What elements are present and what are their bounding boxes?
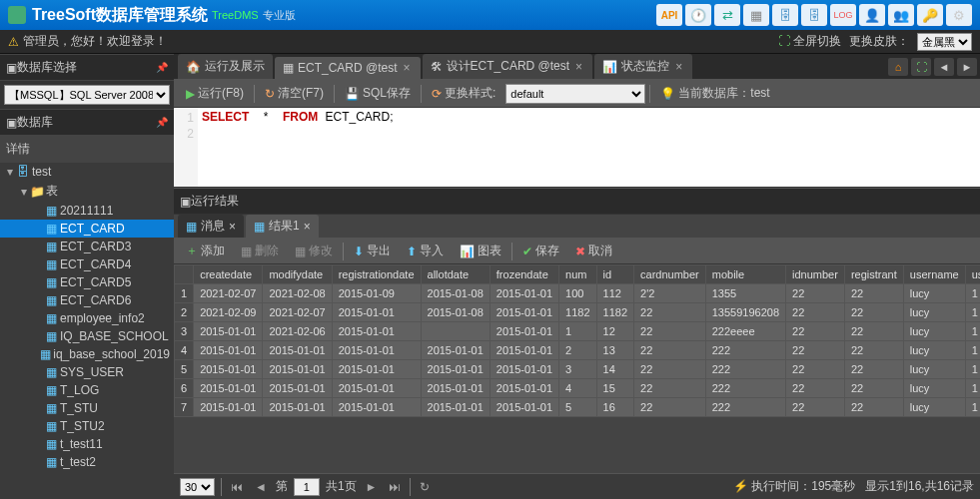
result-grid[interactable]: createdatemodifydateregistrationdateallo… [174,264,980,417]
cell[interactable]: 1355 [705,284,785,303]
cell[interactable]: 222 [705,379,785,398]
close-icon[interactable]: × [402,61,413,75]
tree-node[interactable]: ▦t_test11 [0,435,174,453]
run-button[interactable]: ▶运行(F8) [180,82,250,105]
cell[interactable]: 22 [634,341,706,360]
cell[interactable]: 2021-02-06 [263,322,332,341]
sync-icon[interactable]: ⇄ [714,4,740,26]
cell[interactable]: 22 [844,341,903,360]
editor-tab[interactable]: ▦ECT_CARD @test× [275,57,421,79]
cell[interactable]: 2015-01-08 [421,303,490,322]
cell[interactable]: 2015-01-01 [421,398,490,417]
grid1-icon[interactable]: ▦ [743,4,769,26]
page-input[interactable] [294,478,320,496]
cell[interactable]: 22 [844,398,903,417]
editor-tab[interactable]: 📊状态监控× [594,54,692,79]
cell[interactable] [421,322,490,341]
home-icon[interactable]: ⌂ [888,58,908,76]
cell[interactable]: lucy [903,284,965,303]
cell[interactable]: 2021-02-07 [263,303,332,322]
table-row[interactable]: 32015-01-012021-02-062015-01-012015-01-0… [175,322,981,341]
cell[interactable]: 22 [634,322,706,341]
cell[interactable]: 2015-01-01 [194,379,263,398]
cell[interactable]: 2015-01-01 [490,360,558,379]
cell[interactable]: 22 [786,284,845,303]
tree-node[interactable]: ▾🗄test [0,163,174,181]
cell[interactable]: 2015-01-01 [332,303,421,322]
cell[interactable]: lucy [903,322,965,341]
cell[interactable]: 2'2 [634,284,706,303]
cell[interactable]: 2015-01-08 [421,284,490,303]
pin-icon[interactable]: 📌 [156,62,168,73]
cell[interactable]: 2015-01-09 [332,284,421,303]
tree-node[interactable]: ▦ECT_CARD3 [0,238,174,255]
cell[interactable]: 2015-01-01 [194,341,263,360]
sql-save-button[interactable]: 💾SQL保存 [339,82,417,105]
fullscreen-toggle[interactable]: ⛶ 全屏切换 [778,33,841,50]
cell[interactable]: 6 [175,379,194,398]
tree-node[interactable]: ▦ECT_CARD5 [0,273,174,291]
cell[interactable]: 2015-01-01 [332,341,421,360]
cell[interactable]: 22 [786,360,845,379]
column-header[interactable]: cardnumber [634,265,706,284]
cell[interactable]: lucy [903,379,965,398]
cell[interactable]: 2015-01-01 [332,379,421,398]
cell[interactable]: 1 [965,341,980,360]
cell[interactable]: 2015-01-01 [194,322,263,341]
table-row[interactable]: 72015-01-012015-01-012015-01-012015-01-0… [175,398,981,417]
tree-node[interactable]: ▦SYS_USER [0,363,174,381]
cell[interactable]: 22 [786,398,845,417]
export-button[interactable]: ⬇导出 [348,240,397,262]
cell[interactable]: 22 [844,322,903,341]
cell[interactable]: 1 [965,379,980,398]
cell[interactable]: 1 [965,360,980,379]
close-icon[interactable]: × [573,60,584,74]
cell[interactable]: 22 [786,379,845,398]
column-header[interactable]: mobile [705,265,785,284]
cell[interactable]: 1182 [559,303,596,322]
cell[interactable]: 12 [596,322,633,341]
db-icon[interactable]: 🗄 [772,4,798,26]
expand-icon[interactable]: ⛶ [911,58,931,76]
cell[interactable]: 1 [965,398,980,417]
sql-editor[interactable]: 12 SELECT * FROM ECT_CARD; [174,108,980,188]
cell[interactable]: 13559196208 [705,303,785,322]
gear-icon[interactable]: ⚙ [946,4,972,26]
cell[interactable]: 2021-02-08 [263,284,332,303]
cell[interactable]: 2015-01-01 [490,322,558,341]
cell[interactable]: 2015-01-01 [263,341,332,360]
column-header[interactable]: frozendate [490,265,558,284]
cell[interactable]: 4 [175,341,194,360]
cell[interactable]: 112 [596,284,633,303]
tree-node[interactable]: ▦employee_info2 [0,309,174,327]
cell[interactable]: 2015-01-01 [490,341,558,360]
editor-tab[interactable]: 🛠设计ECT_CARD @test× [423,54,593,79]
column-header[interactable]: registrationdate [332,265,421,284]
users-icon[interactable]: 👥 [888,4,914,26]
column-header[interactable] [175,265,194,284]
cell[interactable]: 22 [844,284,903,303]
db2-icon[interactable]: 🗄 [801,4,827,26]
cell[interactable]: 2021-02-09 [194,303,263,322]
cell[interactable]: lucy [903,360,965,379]
chart-button[interactable]: 📊图表 [454,240,507,262]
api-icon[interactable]: API [656,4,682,26]
tree-node[interactable]: ▦T_LOG [0,381,174,399]
tree-node[interactable]: ▦ECT_CARD [0,220,174,238]
close-icon[interactable]: × [673,60,684,74]
result-tab[interactable]: ▦结果1× [246,215,319,238]
cell[interactable]: 2015-01-01 [194,360,263,379]
tree-node[interactable]: ▦IQ_BASE_SCHOOL [0,327,174,345]
save-button[interactable]: ✔保存 [516,240,565,262]
cell[interactable]: 16 [596,398,633,417]
tree-node[interactable]: ▦t_test2 [0,453,174,471]
cell[interactable]: 22 [844,303,903,322]
page-size-select[interactable]: 30 [180,478,215,496]
cell[interactable]: 13 [596,341,633,360]
cell[interactable]: 22 [634,398,706,417]
cell[interactable]: 100 [559,284,596,303]
column-header[interactable]: modifydate [263,265,332,284]
editor-tab[interactable]: 🏠运行及展示 [178,54,273,79]
tree-node[interactable]: ▦ECT_CARD6 [0,291,174,309]
cell[interactable]: 4 [559,379,596,398]
